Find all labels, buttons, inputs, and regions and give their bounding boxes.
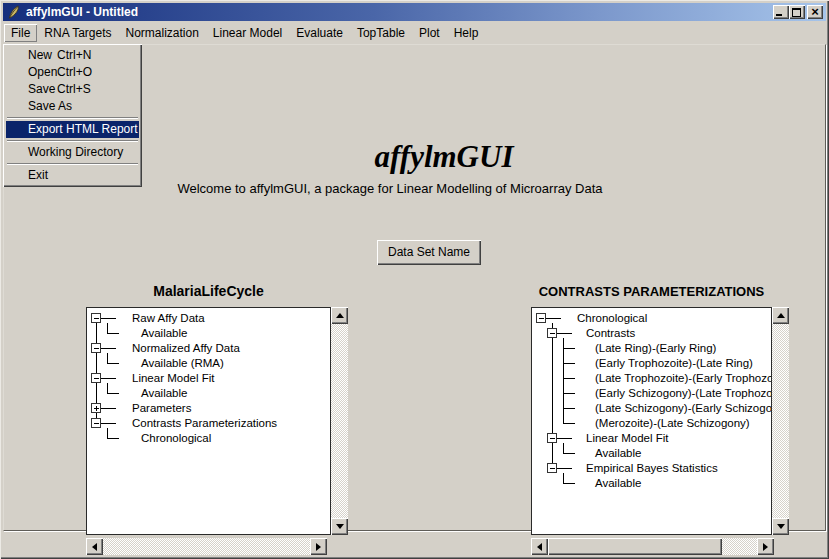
- menu-item-save-as[interactable]: Save As: [6, 98, 139, 115]
- tree-node-late-schizogony-early-schizogony[interactable]: (Late Schizogony)-(Early Schizogony): [595, 401, 772, 416]
- menubar-item-help[interactable]: Help: [447, 24, 486, 42]
- window-controls: ×: [773, 5, 823, 19]
- window-title: affylmGUI - Untitled: [26, 5, 138, 19]
- menu-item-label: Export HTML Report: [28, 122, 138, 136]
- app-feather-icon[interactable]: [6, 5, 22, 20]
- menu-item-label: Working Directory: [28, 145, 123, 159]
- menu-item-accelerator: Ctrl+O: [57, 64, 92, 81]
- tree-node-chronological[interactable]: Chronological: [141, 431, 211, 446]
- tree-collapse-icon[interactable]: [92, 419, 101, 428]
- scroll-down-button[interactable]: [772, 518, 789, 535]
- menubar-item-plot[interactable]: Plot: [412, 24, 447, 42]
- arrow-up-icon: [336, 313, 344, 318]
- arrow-left-icon: [537, 543, 542, 551]
- status-tree[interactable]: Raw Affy DataAvailableNormalized Affy Da…: [86, 307, 331, 535]
- tree-collapse-icon[interactable]: [92, 344, 101, 353]
- data-set-name-button[interactable]: Data Set Name: [377, 240, 481, 265]
- contrasts-tree[interactable]: ChronologicalContrasts(Late Ring)-(Early…: [531, 307, 772, 535]
- menubar-item-rna-targets[interactable]: RNA Targets: [37, 24, 118, 42]
- tree-collapse-icon[interactable]: [548, 464, 557, 473]
- tree-node-raw-affy-data[interactable]: Raw Affy Data: [132, 311, 205, 326]
- close-button[interactable]: ×: [807, 5, 823, 19]
- tree-collapse-icon[interactable]: [92, 314, 101, 323]
- tree-node-parameters[interactable]: Parameters: [132, 401, 191, 416]
- menu-item-label: Save As: [28, 99, 72, 113]
- menu-item-exit[interactable]: Exit: [6, 167, 139, 184]
- menu-separator: [7, 117, 138, 119]
- tree-node-available[interactable]: Available: [595, 446, 641, 461]
- tree-node-early-schizogony-late-trophozoite[interactable]: (Early Schizogony)-(Late Trophozoite): [595, 386, 772, 401]
- arrow-down-icon: [777, 524, 785, 529]
- arrow-right-icon: [763, 543, 768, 551]
- scroll-down-button[interactable]: [331, 518, 348, 535]
- tree-node-available[interactable]: Available: [141, 326, 187, 341]
- tree-node-available-rma[interactable]: Available (RMA): [141, 356, 224, 371]
- tree-collapse-icon[interactable]: [537, 314, 546, 323]
- tree-node-late-trophozoite-early-trophozoite[interactable]: (Late Trophozoite)-(Early Trophozoite): [595, 371, 772, 386]
- tree-node-available[interactable]: Available: [141, 386, 187, 401]
- menu-item-label: Exit: [28, 168, 48, 182]
- menubar-item-linear-model[interactable]: Linear Model: [206, 24, 289, 42]
- scroll-up-button[interactable]: [772, 307, 789, 324]
- maximize-icon: [792, 8, 801, 17]
- tree-node-linear-model-fit[interactable]: Linear Model Fit: [586, 431, 668, 446]
- close-icon: ×: [807, 5, 823, 19]
- right-tree-vertical-scrollbar[interactable]: [772, 307, 789, 535]
- menu-separator: [7, 140, 138, 142]
- tree-node-chronological[interactable]: Chronological: [577, 311, 647, 326]
- right-tree-horizontal-scrollbar[interactable]: [531, 538, 774, 555]
- scroll-left-button[interactable]: [531, 538, 548, 555]
- menubar-item-normalization[interactable]: Normalization: [119, 24, 206, 42]
- left-tree-vertical-scrollbar[interactable]: [331, 307, 348, 535]
- menu-item-save[interactable]: SaveCtrl+S: [6, 81, 139, 98]
- scroll-right-button[interactable]: [757, 538, 774, 555]
- menubar-item-evaluate[interactable]: Evaluate: [289, 24, 350, 42]
- welcome-text: Welcome to affylmGUI, a package for Line…: [177, 181, 602, 196]
- file-menu-dropdown: NewCtrl+NOpenCtrl+OSaveCtrl+SSave AsExpo…: [3, 44, 142, 187]
- tree-node-late-ring-early-ring[interactable]: (Late Ring)-(Early Ring): [595, 341, 716, 356]
- scroll-left-button[interactable]: [86, 538, 103, 555]
- menu-item-export-html-report[interactable]: Export HTML Report: [6, 121, 139, 138]
- minimize-button[interactable]: [773, 5, 789, 19]
- minimize-icon: [776, 14, 782, 16]
- menubar-item-toptable[interactable]: TopTable: [350, 24, 412, 42]
- menu-item-new[interactable]: NewCtrl+N: [6, 47, 139, 64]
- arrow-down-icon: [336, 524, 344, 529]
- maximize-button[interactable]: [789, 5, 805, 19]
- left-tree-horizontal-scrollbar[interactable]: [86, 538, 327, 555]
- menubar-item-file[interactable]: File: [4, 24, 37, 42]
- menu-separator: [7, 163, 138, 165]
- titlebar[interactable]: affylmGUI - Untitled ×: [3, 3, 826, 21]
- left-tree-title: MalariaLifeCycle: [86, 283, 331, 299]
- tree-collapse-icon[interactable]: [92, 374, 101, 383]
- scrollbar-thumb[interactable]: [548, 538, 722, 555]
- tree-node-normalized-affy-data[interactable]: Normalized Affy Data: [132, 341, 240, 356]
- menu-item-accelerator: Ctrl+S: [57, 81, 91, 98]
- scroll-right-button[interactable]: [310, 538, 327, 555]
- tree-node-available[interactable]: Available: [595, 476, 641, 491]
- tree-collapse-icon[interactable]: [548, 329, 557, 338]
- menu-item-label: New: [28, 48, 52, 62]
- page-title: affylmGUI: [375, 139, 514, 175]
- tree-expand-icon[interactable]: [92, 404, 101, 413]
- menu-item-label: Save: [28, 82, 55, 96]
- arrow-right-icon: [316, 543, 321, 551]
- tree-node-contrasts[interactable]: Contrasts: [586, 326, 635, 341]
- tree-collapse-icon[interactable]: [548, 434, 557, 443]
- tree-node-merozoite-late-schizogony[interactable]: (Merozoite)-(Late Schizogony): [595, 416, 750, 431]
- arrow-left-icon: [92, 543, 97, 551]
- app-window: affylmGUI - Untitled × FileRNA TargetsNo…: [0, 0, 829, 559]
- tree-node-empirical-bayes-statistics[interactable]: Empirical Bayes Statistics: [586, 461, 718, 476]
- arrow-up-icon: [777, 313, 785, 318]
- menu-item-accelerator: Ctrl+N: [57, 47, 91, 64]
- scroll-up-button[interactable]: [331, 307, 348, 324]
- menu-item-label: Open: [28, 65, 57, 79]
- tree-node-early-trophozoite-late-ring[interactable]: (Early Trophozoite)-(Late Ring): [595, 356, 753, 371]
- tree-node-linear-model-fit[interactable]: Linear Model Fit: [132, 371, 214, 386]
- menu-item-open[interactable]: OpenCtrl+O: [6, 64, 139, 81]
- menu-item-working-directory[interactable]: Working Directory: [6, 144, 139, 161]
- tree-node-contrasts-parameterizations[interactable]: Contrasts Parameterizations: [132, 416, 277, 431]
- right-tree-title: CONTRASTS PARAMETERIZATIONS: [531, 284, 772, 299]
- menubar: FileRNA TargetsNormalizationLinear Model…: [3, 21, 826, 44]
